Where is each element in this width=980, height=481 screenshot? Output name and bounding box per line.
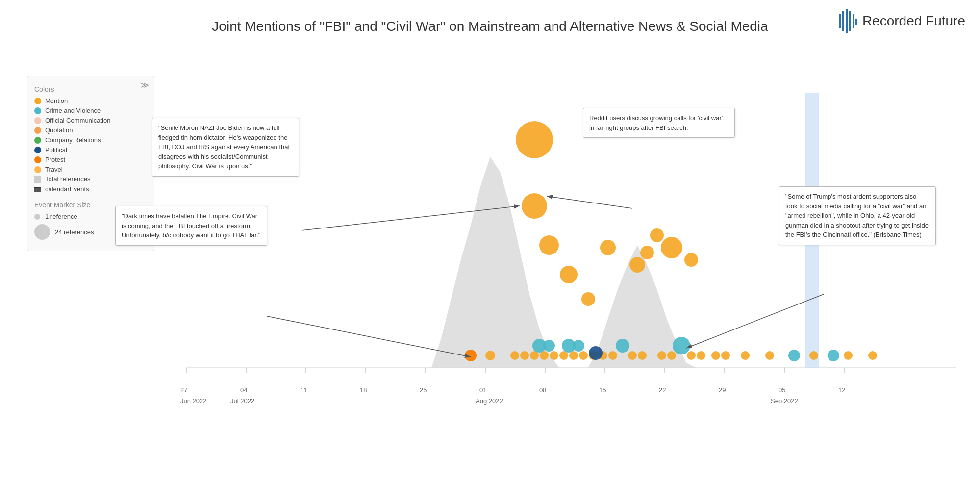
svg-point-31 [661,237,682,258]
svg-rect-4 [853,14,854,28]
svg-point-30 [650,228,664,242]
svg-point-26 [581,292,595,306]
x-label-08: 08 [539,386,546,394]
svg-point-63 [616,339,629,353]
annotation-text-4: "Some of Trump's most ardent supporters … [785,193,929,238]
x-label-12: 12 [838,386,845,394]
svg-marker-8 [431,157,559,368]
x-label-01: 01 [479,386,486,394]
svg-point-34 [510,351,519,360]
annotation-box-2: "Dark times have befallen The Empire. Ci… [115,206,267,246]
month-jul: Jul 2022 [230,397,254,405]
svg-point-67 [589,346,603,360]
svg-point-24 [539,235,559,255]
svg-line-70 [547,196,632,208]
svg-point-60 [543,340,555,352]
x-label-25: 25 [420,386,427,394]
x-label-29: 29 [719,386,726,394]
annotation-box-3: Reddit users discuss growing calls for '… [583,108,735,138]
svg-point-46 [638,351,647,360]
svg-point-55 [809,351,818,360]
svg-point-39 [559,351,568,360]
svg-point-22 [516,121,553,158]
chart-title: Joint Mentions of "FBI" and "Civil War" … [212,19,768,34]
svg-rect-3 [849,11,851,31]
rf-logo-icon [839,9,857,33]
svg-point-40 [569,351,578,360]
annotation-box-1: "Senile Moron NAZI Joe Biden is now a fu… [152,118,299,177]
svg-point-66 [828,350,839,361]
svg-point-65 [788,350,800,361]
svg-point-32 [684,253,698,267]
svg-point-27 [600,240,616,255]
x-label-05: 05 [779,386,785,394]
x-label-22: 22 [659,386,666,394]
svg-rect-1 [842,11,844,31]
svg-rect-0 [839,14,841,28]
svg-point-29 [640,246,654,259]
svg-point-64 [673,337,690,354]
x-label-27: 27 [180,386,187,394]
svg-point-57 [868,351,877,360]
annotation-text-2: "Dark times have befallen The Empire. Ci… [122,212,260,239]
svg-point-52 [721,351,730,360]
x-label-18: 18 [360,386,367,394]
rf-logo: Recorded Future [839,9,965,33]
svg-point-50 [697,351,705,360]
svg-point-23 [522,193,547,219]
annotation-text-1: "Senile Moron NAZI Joe Biden is now a fu… [158,124,290,170]
svg-line-71 [686,294,824,348]
rf-logo-text: Recorded Future [862,13,965,29]
svg-rect-5 [855,19,857,25]
x-label-11: 11 [300,386,307,394]
svg-point-25 [560,266,578,283]
svg-point-56 [844,351,853,360]
svg-point-53 [741,351,750,360]
svg-point-41 [579,351,588,360]
svg-rect-2 [846,9,848,33]
svg-point-48 [667,351,676,360]
svg-point-44 [608,351,617,360]
svg-point-36 [530,351,539,360]
svg-point-62 [573,340,584,352]
chart-svg [0,54,980,456]
x-label-04: 04 [240,386,247,394]
month-jun: Jun 2022 [180,397,207,405]
svg-point-37 [540,351,549,360]
chart-container: Joint Mentions of "FBI" and "Civil War" … [0,0,980,481]
svg-point-38 [550,351,558,360]
svg-line-69 [267,316,471,357]
svg-point-54 [765,351,774,360]
svg-point-35 [520,351,529,360]
svg-point-49 [687,351,696,360]
month-sep: Sep 2022 [771,397,798,405]
svg-point-47 [657,351,666,360]
svg-point-51 [711,351,720,360]
svg-point-58 [465,350,477,361]
svg-point-28 [629,257,645,273]
annotation-box-4: "Some of Trump's most ardent supporters … [779,186,936,245]
month-aug: Aug 2022 [476,397,503,405]
x-label-15: 15 [599,386,606,394]
annotation-text-3: Reddit users discuss growing calls for '… [589,114,723,131]
svg-point-45 [628,351,637,360]
svg-point-33 [485,351,495,360]
